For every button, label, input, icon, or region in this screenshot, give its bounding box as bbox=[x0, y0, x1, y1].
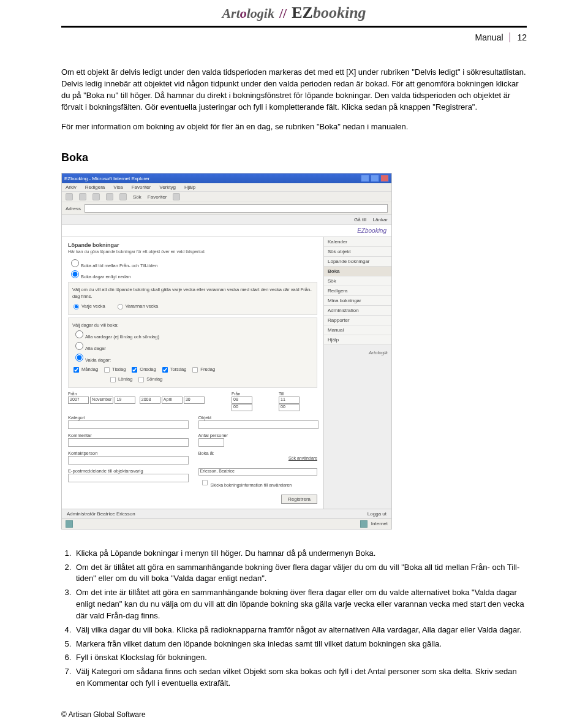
nav-sok-objekt[interactable]: Sök objekt bbox=[324, 247, 391, 257]
nav-sok[interactable]: Sök bbox=[324, 276, 391, 286]
forward-icon[interactable] bbox=[79, 193, 86, 200]
label-antal: Antal personer bbox=[198, 433, 228, 438]
radio-option-b[interactable] bbox=[71, 270, 79, 278]
chk-onsdag[interactable]: Onsdag bbox=[130, 366, 156, 374]
menu-item[interactable]: Visa bbox=[113, 184, 123, 190]
go-link[interactable]: Gå till bbox=[354, 217, 366, 222]
menu-item[interactable]: Favoriter bbox=[132, 184, 151, 190]
label-fran-time: Från bbox=[232, 392, 270, 396]
select-kategori[interactable] bbox=[68, 420, 189, 429]
header-logo: Artologik // EZbooking bbox=[61, 0, 527, 22]
chk-send-info[interactable] bbox=[202, 480, 207, 485]
logout-link[interactable]: Logga ut bbox=[368, 511, 386, 517]
select-to-m[interactable]: 00 bbox=[279, 404, 300, 411]
input-kontakt[interactable] bbox=[68, 456, 189, 465]
step-4: Välj vilka dagar du vill boka. Klicka på… bbox=[74, 624, 527, 636]
menu-item[interactable]: Redigera bbox=[85, 184, 105, 190]
body-text: Om ett objekt är delvis ledigt under den… bbox=[61, 67, 527, 133]
toolbar-search-label[interactable]: Sök bbox=[133, 194, 141, 200]
nav-redigera[interactable]: Redigera bbox=[324, 286, 391, 296]
select-from-h[interactable]: 08 bbox=[232, 397, 252, 404]
panel1-text: Välj om du vill att din löpande bokning … bbox=[72, 286, 313, 300]
label-kommentar: Kommentar bbox=[68, 433, 92, 438]
radio-alla-vardagar[interactable] bbox=[75, 330, 83, 338]
select-to-h[interactable]: 11 bbox=[279, 397, 300, 404]
main-content: Löpande bokningar Här kan du göra löpand… bbox=[62, 237, 323, 509]
window-buttons[interactable] bbox=[361, 175, 389, 182]
label-till-time: Till bbox=[279, 392, 317, 396]
label-kontakt: Kontaktperson bbox=[68, 450, 97, 456]
nav-kalender[interactable]: Kalender bbox=[324, 237, 391, 247]
radio-alla-dagar[interactable] bbox=[75, 342, 83, 350]
address-label: Adress bbox=[66, 206, 81, 211]
home-icon[interactable] bbox=[119, 193, 127, 200]
stop-icon[interactable] bbox=[92, 193, 100, 200]
select-from-month[interactable]: November bbox=[90, 397, 113, 404]
radio-option-a[interactable] bbox=[71, 259, 79, 267]
history-icon[interactable] bbox=[173, 193, 180, 200]
label-bokat: Boka åt bbox=[198, 450, 214, 456]
select-to-day[interactable]: 30 bbox=[184, 397, 205, 404]
paragraph-1: Om ett objekt är delvis ledigt under den… bbox=[61, 67, 527, 113]
internet-icon bbox=[360, 520, 368, 528]
minimize-icon[interactable] bbox=[361, 175, 369, 182]
chk-tisdag[interactable]: Tisdag bbox=[103, 366, 126, 374]
input-antal[interactable] bbox=[198, 438, 224, 447]
toolbar-favorites-label[interactable]: Favoriter bbox=[148, 194, 167, 200]
content-sub: Här kan du göra löpande bokningar för et… bbox=[68, 249, 317, 254]
chk-torsdag[interactable]: Torsdag bbox=[161, 366, 187, 374]
sidebar-logo: Artologik bbox=[324, 345, 391, 360]
close-icon[interactable] bbox=[380, 175, 389, 182]
option-a-label: Boka all tid mellan Från- och Till-tiden bbox=[81, 263, 157, 268]
address-input[interactable] bbox=[85, 204, 388, 213]
panel-days: Välj dagar du vill boka: Alla vardagar (… bbox=[68, 317, 317, 388]
back-icon[interactable] bbox=[66, 193, 73, 200]
app-logo-text: EZbooking bbox=[357, 227, 386, 234]
nav-rapporter[interactable]: Rapporter bbox=[324, 316, 391, 325]
select-objekt[interactable] bbox=[198, 420, 319, 429]
header-bar: Manual 12 bbox=[61, 32, 527, 42]
select-from-year[interactable]: 2007 bbox=[68, 397, 89, 404]
maximize-icon[interactable] bbox=[371, 175, 379, 182]
toolbar[interactable]: Sök Favoriter bbox=[62, 192, 391, 202]
radio-valda-dagar[interactable] bbox=[75, 354, 83, 362]
label-alla-dagar: Alla dagar bbox=[85, 346, 106, 351]
top-strip: Gå till Länkar bbox=[62, 215, 391, 225]
input-kommentar[interactable] bbox=[68, 438, 189, 447]
nav-hjalp[interactable]: Hjälp bbox=[324, 335, 391, 345]
menu-item[interactable]: Hjälp bbox=[184, 184, 195, 190]
chk-mandag[interactable]: Måndag bbox=[72, 366, 98, 374]
menu-bar[interactable]: Arkiv Redigera Visa Favoriter Verktyg Hj… bbox=[62, 183, 391, 192]
chk-fredag[interactable]: Fredag bbox=[191, 366, 215, 374]
select-to-year[interactable]: 2008 bbox=[140, 397, 160, 404]
links-link[interactable]: Länkar bbox=[373, 217, 388, 222]
menu-item[interactable]: Verktyg bbox=[159, 184, 176, 190]
ezbooking-screenshot: EZbooking - Microsoft Internet Explorer … bbox=[61, 173, 392, 530]
nav-boka[interactable]: Boka bbox=[324, 267, 391, 276]
step-1: Klicka på Löpande bokningar i menyn till… bbox=[74, 548, 527, 560]
select-bokat-at[interactable]: Ericsson, Beatrice bbox=[198, 468, 318, 476]
radio-varannan-vecka[interactable]: Varannan vecka bbox=[116, 303, 159, 311]
admin-name: Administratör Beatrice Ericsson bbox=[67, 511, 135, 517]
manual-label: Manual bbox=[475, 32, 510, 42]
radio-varje-vecka[interactable]: Varje vecka bbox=[72, 303, 105, 311]
select-to-month[interactable]: April bbox=[162, 397, 183, 404]
chk-lordag[interactable]: Lördag bbox=[109, 376, 132, 384]
register-button[interactable]: Registrera bbox=[281, 495, 317, 504]
step-2: Om det är tillåtet att göra en sammanhän… bbox=[74, 562, 527, 585]
nav-mina-bokningar[interactable]: Mina bokningar bbox=[324, 296, 391, 306]
step-6: Fyll i önskat Klockslag för bokningen. bbox=[74, 652, 527, 664]
chk-sondag[interactable]: Söndag bbox=[137, 376, 162, 384]
menu-item[interactable]: Arkiv bbox=[66, 184, 77, 190]
refresh-icon[interactable] bbox=[106, 193, 113, 200]
nav-administration[interactable]: Administration bbox=[324, 306, 391, 316]
select-from-day[interactable]: 19 bbox=[115, 397, 135, 404]
address-bar[interactable]: Adress bbox=[62, 202, 391, 215]
steps-list: Klicka på Löpande bokningar i menyn till… bbox=[61, 548, 527, 689]
paragraph-2: För mer information om bokning av objekt… bbox=[61, 121, 527, 133]
link-sok-anvandare[interactable]: Sök användare bbox=[198, 456, 318, 460]
input-epost[interactable] bbox=[68, 474, 189, 482]
select-from-m[interactable]: 00 bbox=[232, 404, 252, 411]
nav-lopande[interactable]: Löpande bokningar bbox=[324, 257, 391, 267]
nav-manual[interactable]: Manual bbox=[324, 325, 391, 335]
